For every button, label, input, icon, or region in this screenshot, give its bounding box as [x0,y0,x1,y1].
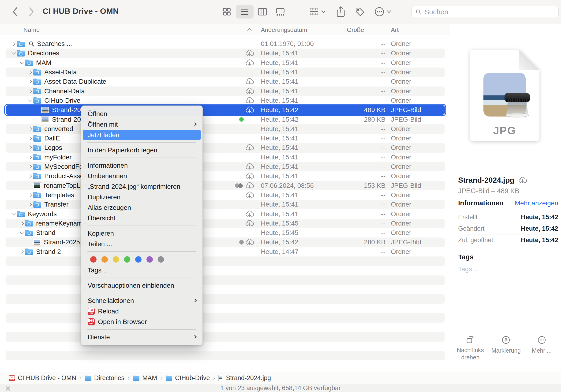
disclosure-chevron-icon[interactable] [27,190,33,200]
file-row[interactable]: CIHub-Drive Heute, 15:41 -- Ordner [6,96,445,105]
column-size[interactable]: Größe [347,26,364,33]
tag-color-dot[interactable] [113,256,119,262]
tag-color-dot[interactable] [135,256,141,262]
menu-item-reload[interactable]: CIHUBReload [83,306,201,316]
menu-item-ffnen-mit[interactable]: Öffnen mit [83,119,201,130]
disclosure-chevron-icon[interactable] [11,39,17,49]
file-row[interactable]: Product-Asset- Heute, 15:41 -- Ordner [6,171,445,181]
breadcrumb-item[interactable]: CIHUBCI HUB Drive - OMN [9,374,76,382]
column-divider[interactable] [387,26,387,33]
tag-color-dot[interactable] [158,256,164,262]
file-row[interactable]: renameTopLeve 07.06.2024, 08:56 153 KB J… [6,181,445,190]
file-row[interactable]: Strand-2025 Heute, 15:42 280 KB JPEG-Bil… [6,115,445,124]
file-row[interactable]: converted Heute, 15:41 -- Ordner [6,124,445,134]
disclosure-chevron-icon[interactable] [27,200,33,209]
cloud-download-icon[interactable] [245,190,255,200]
cloud-download-icon[interactable] [245,49,255,58]
view-gallery-button[interactable] [271,5,289,19]
disclosure-chevron-icon[interactable] [27,171,33,181]
menu-item-ffnen[interactable]: Öffnen [83,109,201,119]
disclosure-chevron-icon[interactable] [27,153,33,162]
breadcrumb-item[interactable]: Strand-2024.jpg [218,374,271,382]
column-date[interactable]: Änderungsdatum [261,26,307,33]
view-columns-button[interactable] [254,5,271,19]
file-row[interactable]: Asset-Data-Duplicate Heute, 15:41 -- Ord… [6,77,445,86]
cloud-download-icon[interactable] [245,87,255,96]
file-row[interactable]: renameKeyname Heute, 15:45 -- Ordner [6,219,445,228]
column-name[interactable]: Name [23,26,40,33]
file-row[interactable]: Strand-2025.jp Heute, 15:42 280 KB JPEG-… [6,238,445,247]
tag-color-dot[interactable] [146,256,153,262]
cloud-download-icon[interactable] [245,143,255,152]
preview-action-more[interactable]: Mehr ... [524,335,560,361]
cloud-download-icon[interactable] [245,96,255,105]
cloud-download-icon[interactable] [245,238,255,247]
tag-color-dot[interactable] [101,256,108,262]
tag-color-dot[interactable] [124,256,130,262]
search-input[interactable] [424,8,555,16]
file-row[interactable]: myFolder Heute, 15:41 -- Ordner [6,153,445,162]
cloud-download-icon[interactable] [245,181,255,190]
disclosure-chevron-icon[interactable] [11,49,17,58]
column-kind[interactable]: Art [391,26,399,33]
breadcrumb-item[interactable]: CIHub-Drive [166,374,210,382]
cloud-download-icon[interactable] [245,58,255,67]
file-row[interactable]: Logos Heute, 15:41 -- Ordner [6,143,445,152]
disclosure-chevron-icon[interactable] [27,134,33,143]
menu-item-vorschauoptionen-einblenden[interactable]: Vorschauoptionen einblenden [83,280,201,291]
group-button[interactable] [309,5,326,18]
menu-item-kopieren[interactable]: Kopieren [83,228,201,239]
disclosure-chevron-icon[interactable] [19,228,25,238]
file-row[interactable]: Directories Heute, 15:41 -- Ordner [6,49,445,58]
cloud-download-icon[interactable] [245,219,255,228]
file-row[interactable]: Templates Heute, 15:41 -- Ordner [6,190,445,200]
tags-placeholder[interactable]: Tags ... [458,265,479,273]
disclosure-chevron-icon[interactable] [11,209,17,219]
file-row[interactable]: DallE Heute, 15:41 -- Ordner [6,134,445,143]
share-button[interactable] [335,5,346,18]
file-row[interactable]: Strand Heute, 15:45 -- Ordner [6,228,445,238]
cloud-download-icon[interactable] [245,77,255,86]
column-divider[interactable] [257,26,257,33]
disclosure-chevron-icon[interactable] [35,105,42,115]
disclosure-chevron-icon[interactable] [27,67,33,77]
menu-item-tags[interactable]: Tags ... [83,265,201,275]
file-row[interactable]: Keywords Heute, 15:41 -- Ordner [6,209,445,218]
breadcrumb-item[interactable]: Directories [85,374,124,382]
disclosure-chevron-icon[interactable] [27,77,33,86]
menu-item-alias-erzeugen[interactable]: Alias erzeugen [83,202,201,213]
menu-item-umbenennen[interactable]: Umbenennen [83,171,201,181]
disclosure-chevron-icon[interactable] [35,115,42,124]
forward-button[interactable] [25,6,37,18]
file-row[interactable]: Strand 2 Heute, 14:47 -- Ordner [6,247,445,257]
disclosure-chevron-icon[interactable] [27,162,33,171]
disclosure-chevron-icon[interactable] [27,124,33,134]
disclosure-chevron-icon[interactable] [27,87,33,96]
file-row[interactable]: MAM Heute, 15:41 -- Ordner [6,58,445,67]
menu-item-schnellaktionen[interactable]: Schnellaktionen [83,295,201,306]
search-field[interactable] [411,6,559,18]
column-divider[interactable] [342,26,342,33]
file-row[interactable]: Channel-Data Heute, 15:41 -- Ordner [6,87,445,96]
tag-color-dot[interactable] [90,256,97,262]
file-row[interactable]: Transfer Heute, 15:41 -- Ordner [6,200,445,209]
breadcrumb-item[interactable]: MAM [133,374,157,382]
file-row[interactable]: Searches ... 01.01.1970, 01:00 -- Ordner [6,39,445,49]
back-button[interactable] [9,6,21,18]
preview-action-markup[interactable]: Markierung [488,335,524,361]
menu-item-jetzt-laden[interactable]: Jetzt laden [83,130,201,140]
menu-item-in-den-papierkorb-legen[interactable]: In den Papierkorb legen [83,145,201,155]
menu-item-informationen[interactable]: Informationen [83,160,201,171]
disconnect-button[interactable] [5,385,11,392]
disclosure-chevron-icon[interactable] [27,96,33,105]
disclosure-chevron-icon[interactable] [19,219,25,228]
menu-item-dienste[interactable]: Dienste [83,332,201,342]
cloud-download-icon[interactable] [245,105,255,115]
file-row[interactable]: Strand-2024 Heute, 15:42 489 KB JPEG-Bil… [6,105,445,115]
disclosure-chevron-icon[interactable] [19,58,25,67]
show-more-link[interactable]: Mehr anzeigen [515,199,558,207]
menu-item-teilen[interactable]: Teilen ... [83,239,201,249]
menu-item-duplizieren[interactable]: Duplizieren [83,192,201,202]
cloud-download-icon[interactable] [245,171,255,181]
more-actions-button[interactable] [374,5,391,18]
